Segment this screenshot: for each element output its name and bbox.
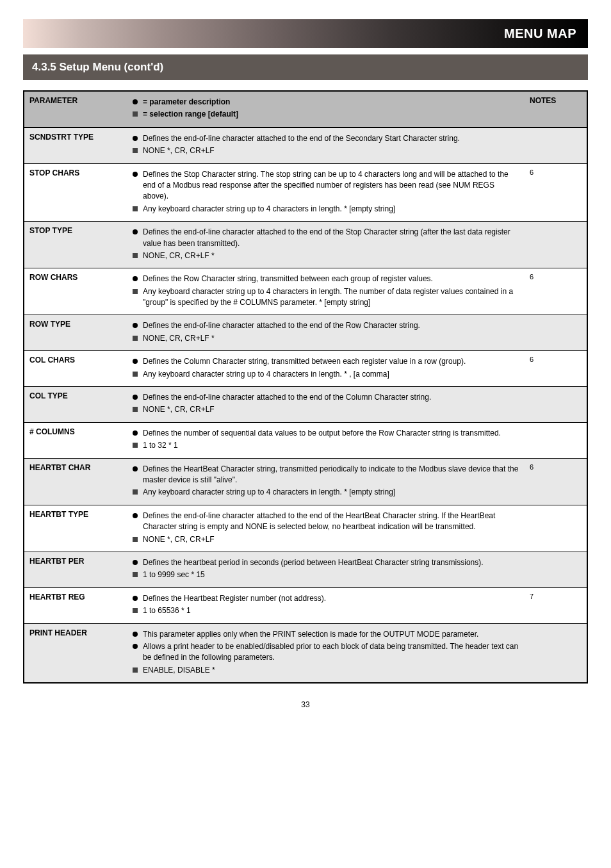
param-notes <box>525 315 587 351</box>
table-row: HEARTBT TYPEDefines the end-of-line char… <box>24 505 587 552</box>
param-description: Defines the Stop Character string. The s… <box>131 169 519 202</box>
table-row: ROW TYPEDefines the end-of-line characte… <box>24 315 587 351</box>
section-title-bar: 4.3.5 Setup Menu (cont'd) <box>23 54 588 80</box>
legend-range: = selection range [default] <box>143 110 238 119</box>
header-gradient: MENU MAP <box>23 19 588 48</box>
table-row: HEARTBT CHARDefines the HeartBeat Charac… <box>24 458 587 505</box>
param-range: 1 to 9999 sec * 15 <box>131 569 519 580</box>
param-description: Defines the end-of-line character attach… <box>131 227 519 249</box>
table-row: STOP CHARSDefines the Stop Character str… <box>24 163 587 222</box>
param-range: Any keyboard character string up to 4 ch… <box>131 204 519 215</box>
param-details: Defines the end-of-line character attach… <box>126 387 525 423</box>
param-name: # COLUMNS <box>24 422 126 458</box>
param-name: STOP TYPE <box>24 222 126 268</box>
param-name: COL TYPE <box>24 387 126 423</box>
param-notes: 6 <box>525 351 587 387</box>
param-range: NONE *, CR, CR+LF <box>131 145 519 156</box>
param-details: Defines the end-of-line character attach… <box>126 505 525 552</box>
param-name: COL CHARS <box>24 351 126 387</box>
param-details: Defines the number of sequential data va… <box>126 422 525 458</box>
param-description: Allows a print header to be enabled/disa… <box>131 641 519 664</box>
param-description: Defines the end-of-line character attach… <box>131 511 519 533</box>
table-row: COL TYPEDefines the end-of-line characte… <box>24 387 587 423</box>
param-notes: 6 <box>525 458 587 505</box>
col-header-legend: = parameter description = selection rang… <box>126 91 525 127</box>
param-description: Defines the end-of-line character attach… <box>131 320 519 331</box>
param-name: STOP CHARS <box>24 163 126 222</box>
param-range: NONE *, CR, CR+LF <box>131 534 519 545</box>
param-notes <box>525 127 587 163</box>
param-notes <box>525 623 587 683</box>
param-name: SCNDSTRT TYPE <box>24 127 126 163</box>
table-row: # COLUMNSDefines the number of sequentia… <box>24 422 587 458</box>
param-notes <box>525 387 587 423</box>
param-name: PRINT HEADER <box>24 623 126 683</box>
page-body: PARAMETER = parameter description = sele… <box>0 90 611 684</box>
param-notes <box>525 552 587 587</box>
param-range: NONE *, CR, CR+LF <box>131 404 519 415</box>
param-name: HEARTBT TYPE <box>24 505 126 552</box>
param-description: Defines the number of sequential data va… <box>131 428 519 439</box>
table-row: ROW CHARSDefines the Row Character strin… <box>24 268 587 315</box>
param-details: Defines the end-of-line character attach… <box>126 127 525 163</box>
param-details: Defines the heartbeat period in seconds … <box>126 552 525 587</box>
page-number: 33 <box>0 700 611 709</box>
param-range: 1 to 65536 * 1 <box>131 605 519 616</box>
col-header-notes: NOTES <box>525 91 587 127</box>
table-row: HEARTBT PERDefines the heartbeat period … <box>24 552 587 587</box>
param-description: This parameter applies only when the PRI… <box>131 629 519 640</box>
param-range: 1 to 32 * 1 <box>131 440 519 451</box>
param-name: ROW CHARS <box>24 268 126 315</box>
param-description: Defines the Row Character string, transm… <box>131 274 519 284</box>
param-description: Defines the HeartBeat Character string, … <box>131 464 519 486</box>
param-description: Defines the heartbeat period in seconds … <box>131 557 519 568</box>
param-details: Defines the end-of-line character attach… <box>126 315 525 351</box>
param-name: HEARTBT CHAR <box>24 458 126 505</box>
param-name: HEARTBT REG <box>24 587 126 623</box>
table-row: STOP TYPEDefines the end-of-line charact… <box>24 222 587 268</box>
param-range: Any keyboard character string up to 4 ch… <box>131 487 519 498</box>
param-description: Defines the end-of-line character attach… <box>131 392 519 403</box>
param-description: Defines the Heartbeat Register number (n… <box>131 593 519 604</box>
param-notes: 7 <box>525 587 587 623</box>
table-row: SCNDSTRT TYPEDefines the end-of-line cha… <box>24 127 587 163</box>
header-bar: MENU MAP <box>23 19 588 48</box>
param-description: Defines the Column Character string, tra… <box>131 356 519 367</box>
param-details: Defines the Row Character string, transm… <box>126 268 525 315</box>
param-name: ROW TYPE <box>24 315 126 351</box>
col-header-parameter: PARAMETER <box>24 91 126 127</box>
param-details: This parameter applies only when the PRI… <box>126 623 525 683</box>
param-details: Defines the Heartbeat Register number (n… <box>126 587 525 623</box>
param-details: Defines the end-of-line character attach… <box>126 222 525 268</box>
table-row: COL CHARSDefines the Column Character st… <box>24 351 587 387</box>
param-range: NONE, CR, CR+LF * <box>131 250 519 261</box>
param-range: Any keyboard character string up to 4 ch… <box>131 369 519 380</box>
param-notes <box>525 505 587 552</box>
parameters-table: PARAMETER = parameter description = sele… <box>23 90 588 684</box>
param-range: NONE, CR, CR+LF * <box>131 333 519 344</box>
header-label: MENU MAP <box>504 26 576 41</box>
param-details: Defines the Stop Character string. The s… <box>126 163 525 222</box>
param-description: Defines the end-of-line character attach… <box>131 133 519 144</box>
param-notes <box>525 222 587 268</box>
param-notes: 6 <box>525 163 587 222</box>
param-details: Defines the Column Character string, tra… <box>126 351 525 387</box>
param-details: Defines the HeartBeat Character string, … <box>126 458 525 505</box>
table-row: PRINT HEADERThis parameter applies only … <box>24 623 587 683</box>
legend-desc: = parameter description <box>143 97 230 106</box>
param-notes <box>525 422 587 458</box>
table-row: HEARTBT REGDefines the Heartbeat Registe… <box>24 587 587 623</box>
param-range: Any keyboard character string up to 4 ch… <box>131 286 519 309</box>
param-name: HEARTBT PER <box>24 552 126 587</box>
table-header-row: PARAMETER = parameter description = sele… <box>24 91 587 127</box>
param-notes: 6 <box>525 268 587 315</box>
param-range: ENABLE, DISABLE * <box>131 665 519 676</box>
section-title: 4.3.5 Setup Menu (cont'd) <box>32 61 163 73</box>
